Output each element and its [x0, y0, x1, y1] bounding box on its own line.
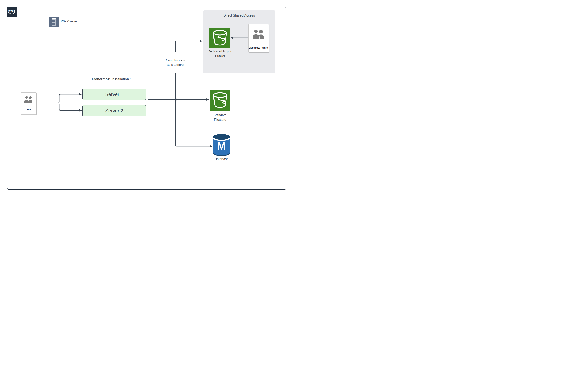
database-monogram: M: [217, 140, 226, 152]
k8s-cluster-label: K8s Cluster: [61, 20, 77, 23]
database-cylinder-icon: M: [213, 134, 230, 156]
standard-filestore-label-line1: Standard: [206, 113, 234, 118]
server-1-box[interactable]: Server 1: [82, 88, 146, 100]
mattermost-header: Mattermost Installation 1: [76, 76, 148, 83]
dedicated-export-bucket-label-line2: Bucket: [200, 54, 240, 58]
s3-bucket-icon: [209, 28, 230, 48]
dedicated-export-bucket-icon[interactable]: [209, 28, 230, 48]
users-icon: [23, 96, 34, 104]
dedicated-export-bucket-label: Dedicated Export Bucket: [200, 49, 240, 58]
aws-logo-badge[interactable]: aws: [7, 6, 17, 16]
users-card[interactable]: Users: [21, 92, 36, 114]
workspace-admins-icon: [251, 29, 266, 40]
database-label: Database: [209, 157, 234, 161]
s3-bucket-icon: [210, 90, 230, 111]
server-rack-icon: [49, 17, 59, 26]
k8s-cluster-badge[interactable]: [49, 17, 59, 26]
compliance-label-line2: Bulk Exports: [167, 62, 184, 67]
standard-filestore-label-line2: Filestore: [206, 118, 234, 122]
standard-filestore-label: Standard Filestore: [206, 113, 234, 122]
workspace-admins-label: Workspace Admins: [249, 46, 269, 49]
dedicated-export-bucket-label-line1: Dedicated Export: [200, 49, 240, 54]
server-2-label: Server 2: [105, 108, 123, 114]
standard-filestore-icon[interactable]: [210, 90, 230, 111]
diagram-canvas: Direct Shared Access aws K8s Cluster Mat…: [0, 0, 292, 196]
server-1-label: Server 1: [105, 92, 123, 97]
workspace-admins-card[interactable]: Workspace Admins: [248, 24, 269, 52]
users-label: Users: [21, 108, 36, 111]
mattermost-title: Mattermost Installation 1: [92, 77, 132, 82]
mattermost-installation-box[interactable]: Mattermost Installation 1 Server 1 Serve…: [76, 76, 148, 126]
compliance-label-line1: Compliance +: [166, 58, 185, 62]
aws-logo-icon: aws: [7, 6, 17, 16]
aws-logo-text: aws: [8, 8, 15, 12]
compliance-bulk-exports-box[interactable]: Compliance + Bulk Exports: [162, 52, 189, 73]
server-2-box[interactable]: Server 2: [82, 105, 146, 116]
database-icon[interactable]: M: [213, 134, 230, 156]
